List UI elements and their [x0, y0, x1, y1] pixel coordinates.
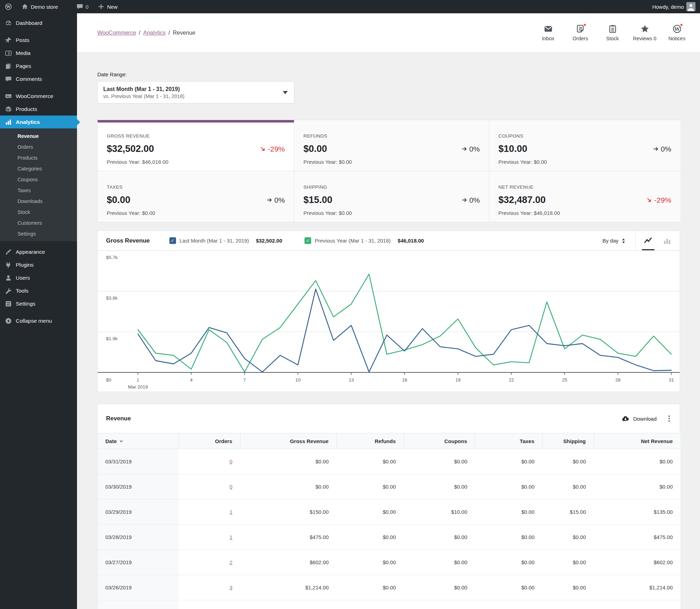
- submenu-item-customers[interactable]: Customers: [0, 217, 77, 228]
- column-header-taxes[interactable]: Taxes: [475, 433, 542, 449]
- breadcrumb-woocommerce[interactable]: WooCommerce: [97, 30, 136, 36]
- orders-count-link[interactable]: 3: [230, 584, 232, 590]
- chart-type-toggle: [635, 231, 680, 250]
- orders-count-link[interactable]: 0: [230, 458, 232, 464]
- comments-shortcut[interactable]: 0: [72, 0, 93, 13]
- checkbox-checked-icon[interactable]: ✓: [304, 237, 311, 244]
- site-name: Demo store: [31, 4, 58, 10]
- activity-tab-stock[interactable]: Stock: [596, 24, 629, 41]
- submenu-item-stock[interactable]: Stock: [0, 206, 77, 217]
- sidebar-item-tools[interactable]: Tools: [0, 284, 77, 297]
- unread-badge: [680, 23, 683, 27]
- line-chart-button[interactable]: [640, 231, 656, 250]
- submenu-item-coupons[interactable]: Coupons: [0, 174, 77, 185]
- submenu-item-settings[interactable]: Settings: [0, 228, 77, 239]
- breadcrumb-separator: /: [139, 30, 140, 36]
- cell: $0.00: [475, 575, 542, 600]
- arrow-down-right-icon: [646, 197, 652, 203]
- legend-item[interactable]: ✓Last Month (Mar 1 - 31, 2019)$32,502.00: [169, 237, 282, 244]
- activity-tab-label: Orders: [573, 36, 588, 41]
- column-header-date[interactable]: Date: [98, 433, 178, 449]
- site-name-link[interactable]: Demo store: [17, 0, 63, 13]
- activity-tab-reviews-0[interactable]: Reviews 0: [629, 24, 661, 41]
- orders-count-link[interactable]: 1: [230, 509, 232, 515]
- cell: [542, 600, 594, 609]
- column-header-gross-revenue[interactable]: Gross Revenue: [240, 433, 336, 449]
- orders-count-link[interactable]: 0: [230, 484, 232, 490]
- cell: [98, 600, 178, 609]
- checkbox-checked-icon[interactable]: ✓: [169, 237, 176, 244]
- cell: 0: [178, 449, 240, 474]
- card-previous-value: Previous Year: $0.00: [498, 159, 671, 165]
- card-previous-value: Previous Year: $0.00: [303, 159, 480, 165]
- summary-card-net-revenue[interactable]: NET REVENUE$32,487.00-29%Previous Year: …: [489, 171, 680, 222]
- submenu-item-downloads[interactable]: Downloads: [0, 196, 77, 206]
- sidebar-item-label: Analytics: [16, 119, 40, 125]
- activity-tab-orders[interactable]: Orders: [564, 24, 596, 41]
- legend-item[interactable]: ✓Previous Year (Mar 1 - 31, 2018)$46,018…: [304, 237, 424, 244]
- date-range-picker[interactable]: Last Month (Mar 1 - 31, 2019) vs. Previo…: [97, 81, 294, 104]
- sidebar-item-analytics[interactable]: Analytics: [0, 115, 77, 128]
- selected-indicator-bar: [98, 120, 294, 122]
- download-button[interactable]: Download: [621, 414, 657, 423]
- table-body: 03/31/20190$0.00$0.00$0.00$0.00$0.00$0.0…: [98, 449, 680, 609]
- sidebar-item-products[interactable]: Products: [0, 103, 77, 115]
- card-label: SHIPPING: [303, 184, 480, 190]
- submenu-item-revenue[interactable]: Revenue: [0, 131, 77, 141]
- sidebar-item-appearance[interactable]: Appearance: [0, 245, 77, 258]
- download-label: Download: [633, 416, 657, 422]
- submenu-item-categories[interactable]: Categories: [0, 163, 77, 174]
- sidebar-item-label: Users: [16, 275, 30, 281]
- card-previous-value: Previous Year: $46,018.00: [107, 159, 285, 165]
- summary-card-gross-revenue[interactable]: GROSS REVENUE$32,502.00-29%Previous Year…: [98, 120, 294, 171]
- svg-text:$1.9k: $1.9k: [106, 336, 118, 341]
- collapse-icon: [5, 317, 12, 324]
- chevron-down-icon: [283, 91, 288, 94]
- breadcrumb-analytics[interactable]: Analytics: [143, 30, 166, 36]
- sidebar-item-comments[interactable]: Comments: [0, 72, 77, 85]
- sidebar-item-media[interactable]: Media: [0, 47, 77, 59]
- cell: $0.00: [336, 449, 404, 474]
- sidebar-item-woocommerce[interactable]: WooWooCommerce: [0, 90, 77, 103]
- orders-count-link[interactable]: 2: [230, 559, 232, 565]
- pin-icon: [5, 37, 12, 44]
- sidebar-item-settings[interactable]: Settings: [0, 297, 77, 310]
- summary-card-coupons[interactable]: COUPONS$10.000%Previous Year: $0.00: [489, 120, 680, 171]
- sidebar-item-posts[interactable]: Posts: [0, 34, 77, 47]
- column-header-net-revenue[interactable]: Net Revenue: [594, 433, 680, 449]
- line-chart[interactable]: $0$1.9k$3.8k$5.7k1471013161922252831Mar …: [98, 251, 680, 392]
- column-header-coupons[interactable]: Coupons: [404, 433, 475, 449]
- orders-count-link[interactable]: 1: [230, 534, 232, 540]
- new-content-button[interactable]: New: [93, 0, 122, 13]
- legend-amount: $46,018.00: [398, 238, 424, 244]
- pages-icon: [5, 63, 12, 70]
- column-header-refunds[interactable]: Refunds: [336, 433, 404, 449]
- activity-tab-notices[interactable]: WNotices: [661, 24, 693, 41]
- activity-tab-inbox[interactable]: Inbox: [532, 24, 564, 41]
- summary-card-refunds[interactable]: REFUNDS$0.000%Previous Year: $0.00: [294, 120, 489, 171]
- submenu-item-taxes[interactable]: Taxes: [0, 185, 77, 196]
- bar-chart-button[interactable]: [659, 231, 675, 250]
- interval-select[interactable]: By day: [602, 231, 625, 250]
- card-value-row: $10.000%: [498, 144, 671, 154]
- svg-text:1: 1: [136, 377, 139, 383]
- collapse-menu-button[interactable]: Collapse menu: [0, 314, 77, 327]
- summary-card-shipping[interactable]: SHIPPING$15.000%Previous Year: $0.00: [294, 171, 489, 222]
- wordpress-menu-button[interactable]: W: [0, 0, 17, 13]
- cell: $0.00: [336, 575, 404, 600]
- sidebar-item-users[interactable]: Users: [0, 271, 77, 284]
- kebab-menu-icon[interactable]: [666, 414, 673, 423]
- account-menu[interactable]: Howdy, demo: [648, 0, 700, 13]
- admin-sidebar: DashboardPostsMediaPagesCommentsWooWooCo…: [0, 13, 77, 609]
- column-header-shipping[interactable]: Shipping: [542, 433, 594, 449]
- submenu-item-orders[interactable]: Orders: [0, 141, 77, 152]
- activity-tab-label: Notices: [668, 36, 685, 41]
- sidebar-item-plugins[interactable]: Plugins: [0, 258, 77, 271]
- sidebar-item-pages[interactable]: Pages: [0, 59, 77, 72]
- sidebar-item-dashboard[interactable]: Dashboard: [0, 16, 77, 29]
- summary-card-taxes[interactable]: TAXES$0.000%Previous Year: $0.00: [98, 171, 294, 222]
- column-header-orders[interactable]: Orders: [178, 433, 240, 449]
- table-row-partial: [98, 600, 680, 609]
- submenu-item-products[interactable]: Products: [0, 152, 77, 163]
- card-change: 0%: [461, 145, 480, 153]
